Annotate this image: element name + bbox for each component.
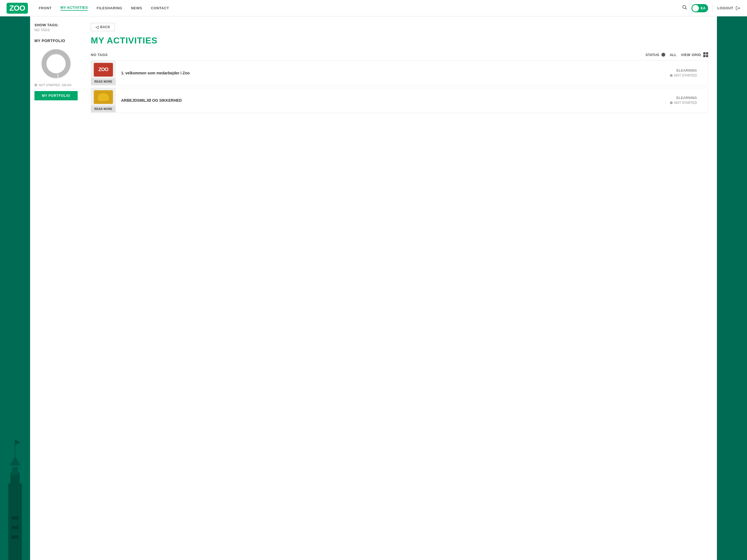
- nav-item-filesharing[interactable]: FILESHARING: [97, 6, 122, 10]
- activity-status: NOT STARTED: [670, 101, 697, 105]
- header-divider: [713, 4, 713, 12]
- card-thumbnail: READ MORE: [91, 88, 115, 113]
- activities-toolbar: NO TAGS STATUS ALL VIEW GRID: [91, 52, 708, 57]
- nav-item-my-activities[interactable]: MY ACTIVITIES: [60, 5, 88, 11]
- not-started-stat: NOT STARTED: 100.0%: [34, 83, 78, 87]
- activity-status: NOT STARTED: [670, 74, 697, 77]
- no-tags-badge: NO TAGS: [91, 53, 108, 57]
- back-arrow-icon: ◁: [96, 25, 99, 29]
- svg-rect-3: [8, 483, 22, 560]
- nav-item-news[interactable]: NEWS: [131, 6, 142, 10]
- read-more-button[interactable]: READ MORE: [91, 78, 115, 85]
- activity-name: 1. velkommen som medarbejder i Zoo: [121, 71, 190, 75]
- toggle-circle: [692, 5, 699, 11]
- card-thumbnail: ZOO READ MORE: [91, 61, 115, 85]
- main-content: ◁ BACK MY ACTIVITIES NO TAGS STATUS ALL …: [82, 17, 717, 560]
- thumbnail-zoo-text: ZOO: [98, 67, 108, 73]
- card-body: ARBEJDSMILJØ OG SIKKERHED ELEARNING NOT …: [115, 88, 708, 113]
- thumb-image: ZOO: [91, 61, 115, 78]
- svg-line-1: [686, 8, 687, 9]
- not-started-label: NOT STARTED: 100.0%: [39, 83, 72, 87]
- status-label: NOT STARTED: [674, 74, 697, 77]
- svg-rect-9: [11, 535, 19, 539]
- show-tags-label: SHOW TAGS:: [34, 23, 78, 27]
- activity-type: ELEARNING: [670, 69, 697, 73]
- header-right: EA LOGOUT: [682, 4, 741, 12]
- tags-value: NO TAGS: [34, 28, 78, 32]
- donut-chart: [40, 47, 73, 80]
- activity-list: ZOO READ MORE 1. velkommen som medarbejd…: [91, 60, 708, 115]
- card-body: 1. velkommen som medarbejder i Zoo ELEAR…: [115, 61, 708, 85]
- back-label: BACK: [100, 25, 110, 29]
- activity-name: ARBEJDSMILJØ OG SIKKERHED: [121, 98, 182, 103]
- header: ZOO FRONTMY ACTIVITIESFILESHARINGNEWSCON…: [0, 0, 747, 17]
- logout-icon: [736, 6, 741, 11]
- thumb-image: [91, 88, 115, 106]
- view-grid-button[interactable]: VIEW GRID: [681, 52, 708, 57]
- main-nav: FRONTMY ACTIVITIESFILESHARINGNEWSCONTACT: [39, 5, 682, 11]
- back-button[interactable]: ◁ BACK: [91, 23, 115, 31]
- grid-icon: [703, 52, 708, 57]
- svg-rect-7: [11, 516, 19, 519]
- left-sidebar: [0, 17, 30, 560]
- svg-point-13: [48, 55, 64, 72]
- status-dot: [670, 74, 673, 77]
- right-sidebar: [717, 17, 747, 560]
- left-panel: SHOW TAGS: NO TAGS MY PORTFOLIO NOT STAR…: [30, 17, 82, 560]
- svg-rect-8: [11, 526, 19, 529]
- thumbnail-zoo-helmet: [94, 90, 113, 104]
- logo[interactable]: ZOO: [6, 3, 28, 14]
- user-initials: EA: [700, 6, 705, 10]
- card-meta: ELEARNING NOT STARTED: [670, 69, 702, 77]
- toolbar-right: STATUS ALL VIEW GRID: [646, 52, 708, 57]
- my-portfolio-button[interactable]: MY PORTFOLIO: [34, 91, 78, 100]
- view-grid-text: VIEW GRID: [681, 53, 701, 57]
- thumbnail-zoo-logo: ZOO: [94, 63, 113, 77]
- status-filter[interactable]: STATUS: [646, 53, 665, 57]
- sidebar-decoration: [0, 423, 30, 560]
- donut-chart-container: [34, 47, 78, 80]
- nav-item-contact[interactable]: CONTACT: [151, 6, 169, 10]
- page-title: MY ACTIVITIES: [91, 35, 708, 46]
- user-toggle-button[interactable]: EA: [692, 4, 708, 12]
- svg-marker-6: [9, 456, 21, 466]
- search-icon: [682, 5, 687, 10]
- portfolio-section: MY PORTFOLIO NOT STARTED: 100.0% MY PORT…: [34, 39, 78, 100]
- status-label: NOT STARTED: [674, 101, 697, 105]
- activity-type: ELEARNING: [670, 96, 697, 100]
- status-indicator: [662, 53, 665, 57]
- stat-dot: [34, 84, 37, 86]
- all-filter[interactable]: ALL: [670, 53, 676, 57]
- page-layout: SHOW TAGS: NO TAGS MY PORTFOLIO NOT STAR…: [0, 17, 747, 560]
- nav-item-front[interactable]: FRONT: [39, 6, 52, 10]
- search-button[interactable]: [682, 5, 687, 11]
- activity-card: READ MORE ARBEJDSMILJØ OG SIKKERHED ELEA…: [91, 88, 708, 113]
- logout-label: LOGOUT: [717, 6, 733, 10]
- activity-card: ZOO READ MORE 1. velkommen som medarbejd…: [91, 60, 708, 85]
- svg-rect-5: [12, 467, 18, 475]
- portfolio-title: MY PORTFOLIO: [34, 39, 78, 43]
- status-text: STATUS: [646, 53, 659, 57]
- logo-text: ZOO: [6, 3, 28, 14]
- logout-button[interactable]: LOGOUT: [717, 6, 741, 11]
- status-dot: [670, 101, 673, 104]
- card-meta: ELEARNING NOT STARTED: [670, 96, 702, 105]
- helmet-shape: [98, 93, 109, 101]
- read-more-button[interactable]: READ MORE: [91, 106, 115, 112]
- svg-marker-11: [15, 440, 21, 445]
